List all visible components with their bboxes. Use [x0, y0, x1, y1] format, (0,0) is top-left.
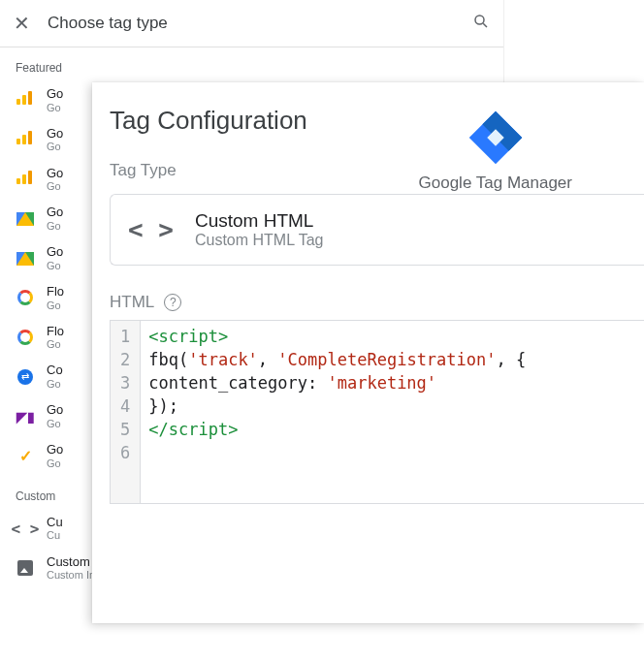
help-icon[interactable]: ? — [164, 294, 181, 311]
list-item-subtitle: Go — [47, 378, 63, 391]
html-code-editor[interactable]: 123456 <script>fbq('track', 'CompleteReg… — [110, 320, 644, 504]
circle-icon — [16, 288, 35, 307]
line-number-gutter: 123456 — [111, 321, 141, 503]
list-item-title: Go — [47, 86, 63, 102]
panel-header: ✕ Choose tag type — [0, 0, 503, 47]
bars-icon — [16, 130, 35, 149]
tag-type-name: Custom HTML — [195, 210, 323, 232]
opt-icon: ◤▮ — [16, 407, 35, 426]
list-item-subtitle: Cu — [47, 529, 63, 542]
tri-icon — [16, 249, 35, 268]
code-brackets-icon: < > — [128, 215, 174, 244]
panel-title: Choose tag type — [48, 14, 455, 33]
list-item-subtitle: Go — [47, 102, 63, 114]
circle-icon — [16, 328, 35, 347]
list-item-title: Go — [47, 166, 63, 181]
tag-type-desc: Custom HTML Tag — [195, 232, 323, 249]
svg-line-1 — [483, 23, 487, 27]
list-item-title: Go — [47, 402, 63, 418]
gtm-logo-icon — [466, 108, 526, 168]
list-item-title: Go — [47, 126, 63, 142]
angles-icon: < > — [16, 519, 35, 538]
list-item-subtitle: Go — [47, 220, 63, 233]
list-item-subtitle: Go — [47, 180, 63, 193]
tag-type-selector[interactable]: < > Custom HTML Custom HTML Tag — [110, 194, 644, 266]
svg-point-0 — [475, 16, 484, 24]
list-item-title: Go — [47, 442, 63, 457]
list-item-title: Flo — [47, 324, 64, 339]
list-item-subtitle: Go — [47, 141, 63, 153]
blue-icon: ⇄ — [16, 367, 35, 387]
html-field-label: HTML ? — [110, 293, 644, 312]
tri-icon — [16, 209, 35, 229]
list-item-subtitle: Go — [47, 260, 63, 272]
list-item-subtitle: Go — [47, 299, 64, 312]
featured-section-label: Featured — [0, 47, 503, 80]
list-item-title: Flo — [47, 284, 64, 299]
list-item-subtitle: Go — [47, 457, 63, 470]
code-area[interactable]: <script>fbq('track', 'CompleteRegistrati… — [141, 321, 533, 503]
list-item-subtitle: Go — [47, 418, 63, 430]
search-icon[interactable] — [472, 13, 490, 34]
list-item-title: Cu — [47, 515, 63, 530]
list-item-subtitle: Go — [47, 338, 64, 351]
gtm-brand-text: Google Tag Manager — [419, 173, 572, 193]
gtm-brand: Google Tag Manager — [419, 108, 572, 193]
list-item-title: Go — [47, 244, 63, 260]
img-icon — [16, 558, 35, 578]
list-item-title: Go — [47, 205, 63, 220]
check-icon: ✓ — [16, 446, 35, 465]
bars-icon — [16, 90, 35, 110]
close-icon[interactable]: ✕ — [14, 12, 30, 35]
list-item-title: Co — [47, 363, 63, 378]
bars-icon — [16, 170, 35, 189]
tag-configuration-card: Tag Configuration Google Tag Manager Tag… — [92, 82, 644, 623]
